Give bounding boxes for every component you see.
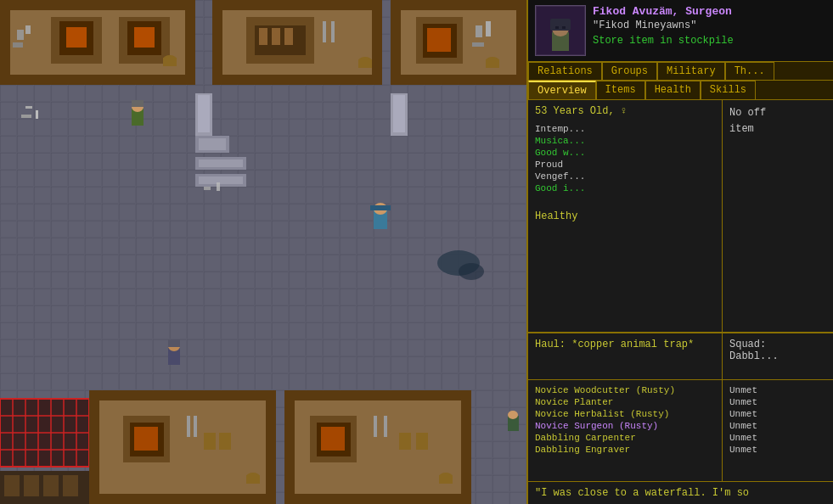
svg-rect-94 — [246, 475, 260, 484]
svg-rect-49 — [472, 42, 484, 47]
svg-rect-61 — [370, 205, 391, 210]
svg-rect-52 — [391, 0, 526, 10]
svg-rect-10 — [66, 27, 87, 48]
svg-rect-46 — [427, 28, 451, 52]
skill-1: Novice Planter — [535, 397, 715, 407]
svg-rect-112 — [284, 390, 295, 504]
haul-item: Haul: *copper animal trap* — [535, 339, 715, 350]
svg-rect-97 — [89, 390, 99, 504]
tab-th[interactable]: Th... — [725, 62, 774, 80]
section-right-squad: Squad: Dabbl... — [723, 333, 833, 379]
svg-rect-130 — [217, 182, 220, 191]
tab-skills[interactable]: Skills — [701, 81, 756, 99]
bio-text: "I was close to a waterfall. I'm so — [528, 481, 833, 504]
tab-relations[interactable]: Relations — [528, 62, 602, 80]
svg-rect-24 — [0, 75, 195, 85]
svg-rect-33 — [284, 28, 293, 45]
svg-rect-83 — [63, 475, 78, 496]
svg-rect-111 — [284, 494, 471, 504]
squad-label: Squad: — [729, 339, 826, 350]
section-skills: Novice Woodcutter (Rusty) Novice Planter… — [528, 379, 833, 481]
unmet-list: Unmet Unmet Unmet Unmet Unmet Unmet — [729, 385, 826, 455]
svg-rect-58 — [132, 100, 144, 107]
svg-rect-80 — [4, 475, 20, 496]
tab-groups[interactable]: Groups — [602, 62, 657, 80]
svg-rect-90 — [194, 416, 197, 437]
svg-rect-25 — [0, 0, 10, 85]
svg-rect-64 — [168, 339, 180, 347]
unmet-0: Unmet — [729, 385, 826, 395]
svg-rect-32 — [272, 28, 280, 45]
trait-5: Good i... — [535, 183, 715, 193]
svg-rect-96 — [89, 494, 276, 504]
svg-rect-48 — [486, 21, 491, 36]
char-alias: "Fikod Mineyawns" — [593, 20, 826, 31]
svg-point-68 — [459, 263, 484, 280]
tab-bar-top: Relations Groups Military Th... — [528, 62, 833, 81]
health-status: Healthy — [535, 210, 715, 222]
svg-rect-125 — [393, 95, 405, 132]
trait-0: Intemp... — [535, 124, 715, 134]
svg-rect-107 — [416, 433, 428, 450]
svg-rect-127 — [36, 110, 38, 119]
svg-rect-129 — [204, 187, 211, 190]
tab-health[interactable]: Health — [645, 81, 701, 99]
skill-list: Novice Woodcutter (Rusty) Novice Planter… — [535, 385, 715, 455]
svg-rect-128 — [21, 115, 31, 118]
svg-rect-53 — [391, 75, 526, 85]
age-sex: 53 Years Old, ♀ — [535, 105, 715, 117]
svg-rect-110 — [284, 390, 471, 400]
game-area — [0, 0, 526, 504]
section-left-skills: Novice Woodcutter (Rusty) Novice Planter… — [528, 380, 723, 481]
right-panel: Fikod Avuzäm, Surgeon "Fikod Mineyawns" … — [526, 0, 833, 504]
content-left-traits: 53 Years Old, ♀ Intemp... Musica... Good… — [528, 100, 723, 332]
tab-bar-sub: Overview Items Health Skills — [528, 81, 833, 100]
trait-2: Good w... — [535, 148, 715, 158]
svg-rect-26 — [185, 0, 195, 85]
svg-rect-98 — [266, 390, 276, 504]
svg-rect-121 — [199, 176, 243, 184]
unmet-1: Unmet — [729, 397, 826, 407]
svg-rect-106 — [399, 433, 411, 450]
tab-military[interactable]: Military — [657, 62, 725, 80]
char-action: Store item in stockpile — [593, 35, 826, 47]
tab-overview[interactable]: Overview — [528, 81, 596, 99]
svg-rect-14 — [17, 30, 24, 40]
squad-second: Dabbl... — [729, 350, 826, 362]
section-right-unmet: Unmet Unmet Unmet Unmet Unmet Unmet — [723, 380, 833, 481]
svg-rect-105 — [384, 416, 387, 437]
svg-rect-109 — [439, 475, 453, 484]
svg-rect-54 — [391, 0, 401, 85]
skill-5: Dabbling Engraver — [535, 445, 715, 455]
svg-rect-38 — [212, 0, 382, 10]
svg-rect-103 — [321, 427, 345, 451]
svg-rect-135 — [555, 26, 559, 29]
main-container: Fikod Avuzäm, Surgeon "Fikod Mineyawns" … — [0, 0, 833, 504]
svg-rect-91 — [204, 433, 216, 450]
char-info: Fikod Avuzäm, Surgeon "Fikod Mineyawns" … — [593, 5, 826, 47]
svg-rect-34 — [323, 21, 326, 42]
svg-rect-119 — [199, 160, 243, 167]
svg-rect-81 — [24, 475, 39, 496]
skill-2: Novice Herbalist (Rusty) — [535, 409, 715, 419]
svg-rect-123 — [198, 95, 210, 132]
section-haul: Haul: *copper animal trap* Squad: Dabbl.… — [528, 333, 833, 379]
tab-items[interactable]: Items — [596, 81, 645, 99]
svg-rect-16 — [13, 42, 23, 48]
svg-rect-89 — [187, 416, 190, 437]
svg-rect-40 — [212, 0, 222, 85]
svg-rect-15 — [25, 25, 31, 34]
game-world-svg — [0, 0, 526, 504]
svg-rect-23 — [0, 0, 195, 10]
trait-4: Vengef... — [535, 171, 715, 182]
unmet-5: Unmet — [729, 445, 826, 455]
svg-point-115 — [508, 411, 518, 419]
svg-rect-92 — [219, 433, 231, 450]
char-header: Fikod Avuzäm, Surgeon "Fikod Mineyawns" … — [528, 0, 833, 62]
skill-3: Novice Surgeon (Rusty) — [535, 421, 715, 431]
svg-rect-37 — [358, 59, 372, 68]
svg-rect-117 — [199, 138, 226, 150]
char-name: Fikod Avuzäm, Surgeon — [593, 5, 826, 18]
svg-rect-95 — [89, 390, 276, 400]
svg-rect-126 — [25, 106, 32, 109]
